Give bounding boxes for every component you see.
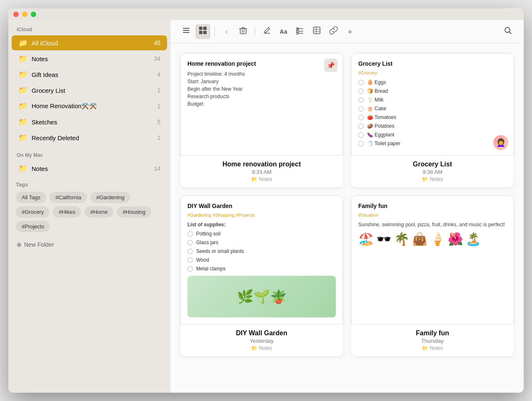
svg-rect-7 [240, 29, 246, 34]
new-folder-label: New Folder [24, 241, 54, 248]
sidebar-item-grocery-list[interactable]: 📁 Grocery List 1 [12, 83, 167, 98]
sidebar-item-count: 14 [154, 165, 160, 172]
note-tag: #Gardening #Shopping #Projects [187, 213, 336, 218]
checklist-button[interactable] [293, 24, 308, 39]
back-button[interactable]: ‹ [219, 24, 234, 39]
sidebar-item-all-icloud[interactable]: 📁 All iCloud 45 [12, 35, 167, 50]
folder-icon: 📁 [18, 86, 27, 95]
sidebar-item-count: 1 [157, 134, 160, 141]
svg-rect-4 [203, 27, 207, 30]
sidebar-item-gift-ideas[interactable]: 📁 Gift Ideas 4 [12, 67, 167, 82]
table-button[interactable] [309, 24, 324, 39]
note-title: DIY Wall Garden [187, 203, 336, 209]
note-card-family-fun[interactable]: Family fun #Vacation Sunshine, swimming … [351, 196, 514, 356]
note-body: Project timeline: 4 months Start: Januar… [187, 70, 336, 108]
svg-point-12 [505, 27, 510, 32]
folder-small-icon: 📁 [251, 176, 257, 182]
sidebar-item-mac-notes[interactable]: 📁 Notes 14 [12, 161, 167, 176]
tag-home[interactable]: #Home [84, 206, 113, 218]
note-card-folder: 📁 Notes [351, 345, 514, 351]
note-card-grocery-list[interactable]: Grocery List #Grocery 🥚 Eggs 🍞 Bread 🥛 M… [351, 53, 514, 187]
folder-icon: 📁 [18, 101, 27, 111]
toolbar-divider-2 [255, 27, 255, 37]
sidebar-item-name: Grocery List [32, 87, 157, 94]
new-folder-button[interactable]: ⊕ New Folder [8, 237, 170, 252]
delete-button[interactable] [236, 24, 251, 39]
note-image: 🌿🌱🪴 [187, 276, 336, 317]
tag-california[interactable]: #California [49, 192, 87, 203]
on-my-mac-section-label: On My Mac [8, 146, 170, 161]
folder-icon: 📁 [18, 70, 27, 79]
sidebar-item-name: Notes [32, 165, 154, 172]
minimize-button[interactable] [22, 12, 27, 17]
note-card-diy-wall-garden[interactable]: DIY Wall Garden #Gardening #Shopping #Pr… [180, 196, 343, 356]
svg-rect-0 [183, 28, 190, 29]
note-card-folder: 📁 Notes [180, 176, 343, 182]
tag-housing[interactable]: #Housing [117, 206, 151, 218]
format-button[interactable]: Aa [276, 24, 291, 39]
notes-grid: Home renovation project 📌 Project timeli… [170, 43, 524, 393]
note-title: Family fun [358, 203, 507, 209]
folder-icon: 📁 [18, 54, 27, 63]
note-tag: #Grocery [358, 70, 507, 75]
tag-hikes[interactable]: #Hikes [53, 206, 81, 218]
sidebar: iCloud 📁 All iCloud 45 📁 Notes 34 📁 Gift… [8, 8, 170, 393]
icloud-section-label: iCloud [8, 20, 170, 35]
tags-grid: All Tags #California #Gardening #Grocery… [16, 192, 163, 232]
search-button[interactable] [500, 24, 515, 39]
tag-all-tags[interactable]: All Tags [16, 192, 46, 203]
sidebar-item-count: 34 [154, 55, 160, 62]
note-title: Grocery List [358, 60, 507, 67]
note-tag: #Vacation [358, 213, 507, 218]
note-card-title: Family fun [351, 329, 514, 337]
note-card-title: Home renovation project [180, 161, 343, 168]
note-footer: Home renovation project 9:33 AM 📁 Notes [180, 156, 343, 187]
compose-button[interactable] [259, 24, 274, 39]
maximize-button[interactable] [31, 12, 36, 17]
note-footer: DIY Wall Garden Yesterday 📁 Notes [180, 324, 343, 356]
table-icon [313, 26, 321, 37]
plus-icon: ⊕ [17, 241, 22, 248]
note-card-time: Yesterday [180, 338, 343, 344]
sidebar-item-notes[interactable]: 📁 Notes 34 [12, 51, 167, 66]
note-card-folder: 📁 Notes [180, 345, 343, 351]
note-card-time: Thursday [351, 338, 514, 344]
app-window: iCloud 📁 All iCloud 45 📁 Notes 34 📁 Gift… [8, 8, 524, 393]
sidebar-item-home-renovation[interactable]: 📁 Home Renovation⚒️⚒️ 1 [12, 99, 167, 114]
note-footer: Grocery List 9:38 AM 📁 Notes [351, 156, 514, 187]
user-avatar: 👩‍🦱 [493, 135, 508, 150]
chevrons-right-icon: » [348, 28, 352, 35]
list-view-button[interactable] [179, 24, 194, 39]
note-preview-home-renovation: Home renovation project 📌 Project timeli… [180, 53, 343, 156]
sidebar-item-recently-deleted[interactable]: 📁 Recently Deleted 1 [12, 130, 167, 145]
svg-point-10 [297, 32, 299, 35]
note-body: List of supplies: Potting soil Glass jar… [187, 221, 336, 272]
pin-button[interactable]: 📌 [324, 59, 337, 72]
note-stickers: 🏖️🕶️🌴👜🍦🌺🏝️ [358, 232, 507, 246]
sidebar-item-count: 45 [154, 40, 160, 46]
close-button[interactable] [13, 12, 19, 17]
note-card-time: 9:33 AM [180, 169, 343, 175]
svg-rect-5 [199, 31, 202, 34]
sidebar-item-name: Gift Ideas [32, 71, 157, 78]
tag-projects[interactable]: #Projects [16, 221, 50, 232]
link-button[interactable] [326, 24, 341, 39]
sidebar-item-name: All iCloud [32, 40, 154, 47]
tag-grocery[interactable]: #Grocery [16, 206, 49, 218]
note-card-home-renovation[interactable]: Home renovation project 📌 Project timeli… [180, 53, 343, 187]
checklist-icon [296, 26, 304, 37]
format-icon: Aa [280, 28, 287, 35]
note-preview-family: Family fun #Vacation Sunshine, swimming … [351, 196, 514, 324]
sidebar-item-count: 5 [157, 119, 160, 125]
tag-gardening[interactable]: #Gardening [90, 192, 130, 203]
sidebar-item-name: Recently Deleted [32, 134, 157, 141]
toolbar-divider-1 [214, 27, 215, 37]
toolbar: ‹ [170, 20, 524, 43]
grid-view-button[interactable] [195, 24, 210, 39]
more-button[interactable]: » [342, 24, 357, 39]
titlebar [8, 8, 524, 20]
note-card-title: DIY Wall Garden [180, 329, 343, 337]
sidebar-item-count: 1 [157, 103, 160, 109]
svg-rect-3 [199, 27, 202, 30]
sidebar-item-sketches[interactable]: 📁 Sketches 5 [12, 114, 167, 129]
